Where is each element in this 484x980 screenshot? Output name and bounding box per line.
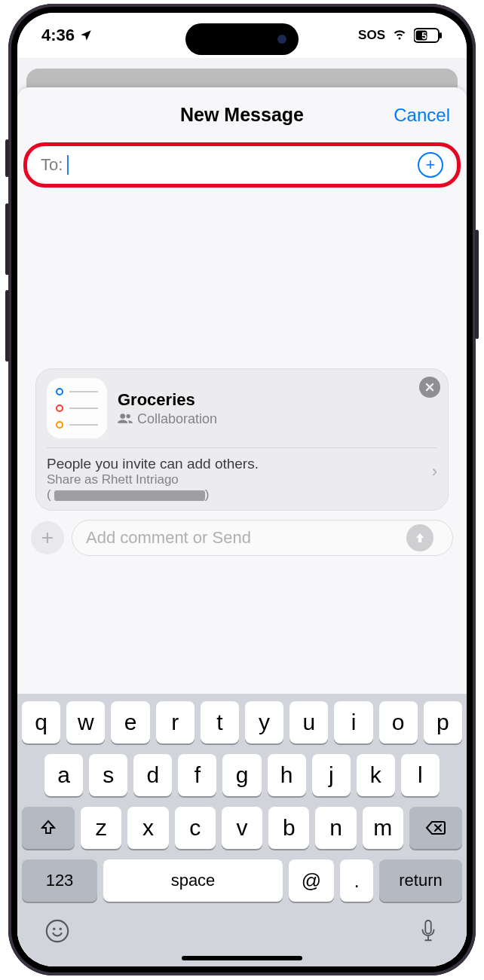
send-button[interactable] — [406, 524, 433, 551]
emoji-icon — [44, 918, 70, 944]
shift-icon — [39, 819, 57, 837]
backspace-icon — [425, 820, 446, 836]
svg-point-7 — [53, 927, 55, 930]
shift-key[interactable] — [22, 807, 75, 849]
space-key[interactable]: space — [103, 859, 283, 902]
key-i[interactable]: i — [334, 701, 372, 743]
key-s[interactable]: s — [89, 754, 127, 796]
key-j[interactable]: j — [312, 754, 351, 796]
svg-point-8 — [60, 927, 62, 930]
battery-icon: 52 — [414, 28, 443, 43]
screen: 4:36 SOS 52 — [17, 13, 467, 966]
svg-point-6 — [47, 920, 68, 942]
svg-rect-1 — [440, 32, 442, 38]
key-l[interactable]: l — [401, 754, 440, 796]
wifi-icon — [391, 26, 408, 45]
redacted-bar — [54, 490, 205, 501]
iphone-frame: 4:36 SOS 52 — [8, 4, 476, 975]
key-c[interactable]: c — [175, 807, 216, 849]
comment-placeholder: Add comment or Send — [86, 528, 251, 547]
key-a[interactable]: a — [44, 754, 83, 796]
power-button — [475, 230, 479, 339]
sheet-header: New Message Cancel — [17, 87, 467, 142]
key-b[interactable]: b — [268, 807, 309, 849]
dot-key[interactable]: . — [340, 859, 373, 902]
key-n[interactable]: n — [315, 807, 356, 849]
key-v[interactable]: v — [222, 807, 262, 849]
share-as-text: Share as Rhett Intriago — [47, 472, 179, 487]
key-h[interactable]: h — [268, 754, 306, 796]
return-key[interactable]: return — [379, 859, 462, 902]
sheet-title: New Message — [180, 104, 304, 126]
at-key[interactable]: @ — [289, 859, 334, 902]
backspace-key[interactable] — [409, 807, 462, 849]
dynamic-island — [185, 23, 299, 55]
key-z[interactable]: z — [81, 807, 121, 849]
reminders-app-icon — [47, 378, 107, 438]
close-card-button[interactable] — [419, 377, 440, 398]
cancel-button[interactable]: Cancel — [394, 105, 450, 126]
message-body-area — [17, 188, 467, 368]
status-time: 4:36 — [41, 26, 75, 45]
svg-point-5 — [127, 414, 130, 417]
key-m[interactable]: m — [363, 807, 403, 849]
card-title: Groceries — [118, 390, 217, 410]
mic-icon — [417, 918, 440, 945]
collaboration-card[interactable]: Groceries Collaboration People you invit… — [35, 368, 449, 511]
plus-icon: + — [41, 526, 54, 549]
card-subtitle: Collaboration — [137, 411, 217, 427]
key-p[interactable]: p — [424, 701, 462, 743]
side-switch — [5, 139, 9, 177]
to-field-highlight: To: + — [23, 142, 461, 188]
arrow-up-icon — [413, 531, 427, 545]
key-g[interactable]: g — [222, 754, 261, 796]
people-icon — [118, 411, 133, 427]
key-y[interactable]: y — [245, 701, 283, 743]
comment-row: + Add comment or Send — [31, 520, 453, 556]
to-field[interactable]: To: + — [30, 148, 454, 182]
plus-icon: + — [426, 157, 436, 173]
location-arrow-icon — [79, 29, 93, 42]
close-icon — [424, 382, 435, 392]
svg-rect-9 — [425, 920, 431, 934]
sos-label: SOS — [358, 28, 385, 43]
key-u[interactable]: u — [289, 701, 328, 743]
to-label: To: — [41, 155, 63, 175]
key-k[interactable]: k — [357, 754, 395, 796]
key-e[interactable]: e — [111, 701, 149, 743]
key-r[interactable]: r — [156, 701, 195, 743]
key-f[interactable]: f — [178, 754, 216, 796]
volume-down-button — [5, 290, 9, 362]
emoji-button[interactable] — [44, 918, 70, 948]
text-cursor — [67, 155, 69, 175]
comment-input[interactable]: Add comment or Send — [72, 520, 453, 556]
invite-text: People you invite can add others. — [47, 456, 259, 472]
key-o[interactable]: o — [379, 701, 418, 743]
camera-dot-icon — [277, 35, 286, 44]
dictate-button[interactable] — [417, 918, 440, 948]
keyboard: qwertyuiop asdfghjkl zxcvbnm 123 space @… — [17, 694, 467, 966]
volume-up-button — [5, 203, 9, 275]
new-message-sheet: New Message Cancel To: + — [17, 87, 467, 966]
add-contact-button[interactable]: + — [418, 152, 443, 178]
key-x[interactable]: x — [127, 807, 168, 849]
home-indicator[interactable] — [182, 956, 302, 960]
attach-button[interactable]: + — [31, 521, 64, 554]
chevron-right-icon[interactable]: › — [432, 462, 437, 481]
svg-text:52: 52 — [421, 31, 432, 41]
key-q[interactable]: q — [22, 701, 60, 743]
key-w[interactable]: w — [66, 701, 105, 743]
key-d[interactable]: d — [133, 754, 172, 796]
numbers-key[interactable]: 123 — [22, 859, 97, 902]
key-t[interactable]: t — [201, 701, 239, 743]
svg-point-4 — [120, 414, 125, 419]
